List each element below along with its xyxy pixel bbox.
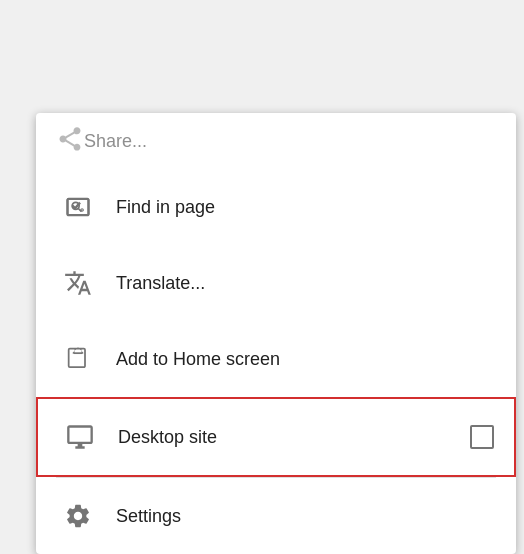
desktop-site-checkbox[interactable] (470, 425, 494, 449)
settings-label: Settings (116, 506, 181, 527)
menu-item-settings[interactable]: Settings (36, 478, 516, 554)
add-to-home-icon (56, 337, 100, 381)
translate-icon (56, 261, 100, 305)
find-in-page-icon (56, 185, 100, 229)
svg-rect-2 (68, 199, 89, 215)
share-label: Share... (84, 131, 147, 152)
desktop-site-icon (58, 415, 102, 459)
share-icon (56, 125, 84, 157)
translate-label: Translate... (116, 273, 205, 294)
menu-item-desktop-site[interactable]: Desktop site (36, 397, 516, 477)
menu-item-share[interactable]: Share... (36, 113, 516, 169)
svg-rect-3 (69, 349, 85, 368)
menu-item-find-in-page[interactable]: Find in page (36, 169, 516, 245)
menu-item-add-to-home[interactable]: Add to Home screen (36, 321, 516, 397)
add-to-home-label: Add to Home screen (116, 349, 280, 370)
menu-item-translate[interactable]: Translate... (36, 245, 516, 321)
context-menu: Share... Find in page Translate... (36, 113, 516, 554)
desktop-site-label: Desktop site (118, 427, 217, 448)
settings-icon (56, 494, 100, 538)
find-in-page-label: Find in page (116, 197, 215, 218)
